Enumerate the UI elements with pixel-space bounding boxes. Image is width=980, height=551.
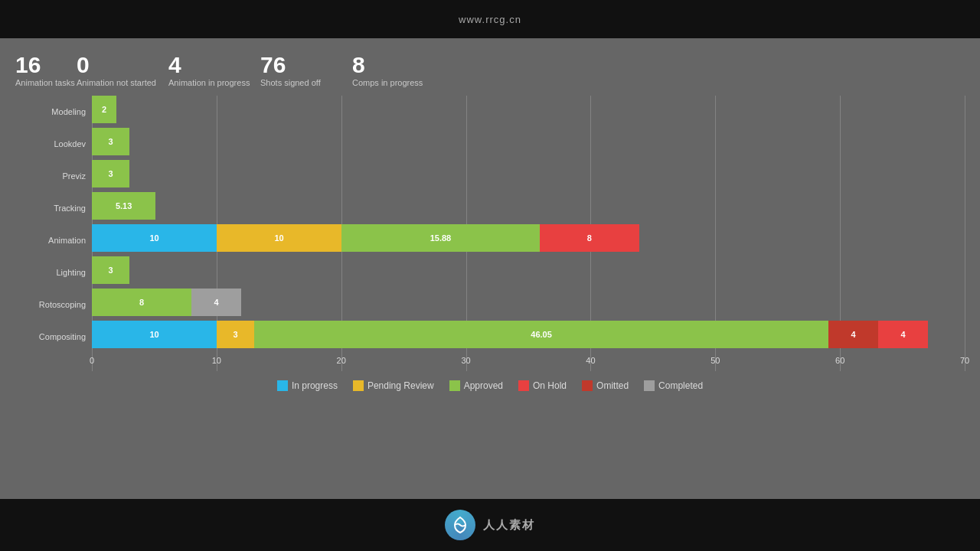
grid-line-70: [965, 96, 965, 371]
brand-label: 人人素材: [483, 518, 535, 533]
y-label-rotoscoping: Rotoscoping: [15, 289, 92, 321]
bar-segment-approved: 8: [92, 289, 191, 316]
y-label-modeling: Modeling: [15, 96, 92, 128]
y-axis: ModelingLookdevPrevizTrackingAnimationLi…: [15, 96, 92, 371]
bar-segment-approved: 5.13: [92, 192, 155, 220]
stat-animation-tasks: 16 Animation tasks: [15, 52, 77, 88]
stat-label: Comps in progress: [352, 77, 423, 88]
stat-animation-not-started: 0 Animation not started: [77, 52, 168, 88]
y-label-animation: Animation: [15, 224, 92, 256]
bar-segment-inprogress: 10: [92, 321, 217, 348]
url-label: www.rrcg.cn: [459, 14, 521, 25]
stat-label: Animation not started: [77, 77, 156, 88]
bar-segment-approved: 15.88: [341, 224, 540, 252]
y-label-tracking: Tracking: [15, 192, 92, 224]
y-label-compositing: Compositing: [15, 321, 92, 353]
stat-animation-in-progress: 4 Animation in progress: [168, 52, 260, 88]
bar-segment-pending: 3: [217, 321, 254, 348]
bar-row-rotoscoping: 84: [92, 289, 965, 316]
legend-color: [582, 380, 593, 391]
stat-number: 4: [168, 52, 181, 77]
bar-row-modeling: 2: [92, 96, 965, 123]
logo-icon: [445, 510, 475, 540]
bar-segment-onhold: 4: [878, 321, 928, 348]
legend-label: Pending Review: [368, 380, 434, 391]
legend-item-on-hold: On Hold: [518, 380, 567, 391]
bar-segment-approved: 2: [92, 96, 116, 123]
legend-color: [644, 380, 655, 391]
bar-segment-approved: 3: [92, 128, 129, 155]
chart-container: ModelingLookdevPrevizTrackingAnimationLi…: [15, 96, 965, 371]
bar-segment-omitted: 4: [828, 321, 878, 348]
legend: In progress Pending Review Approved On H…: [15, 380, 965, 391]
legend-color: [518, 380, 529, 391]
legend-item-approved: Approved: [449, 380, 503, 391]
x-tick-50: 50: [710, 356, 720, 365]
legend-label: Completed: [658, 380, 703, 391]
stat-number: 76: [260, 52, 286, 77]
stat-number: 0: [77, 52, 90, 77]
bar-row-previz: 3: [92, 160, 965, 187]
bottom-bar: 人人素材: [0, 499, 980, 551]
stat-comps-in-progress: 8 Comps in progress: [352, 52, 444, 88]
x-tick-30: 30: [461, 356, 470, 365]
stat-label: Animation in progress: [168, 77, 250, 88]
x-tick-60: 60: [835, 356, 844, 365]
chart-body: 2335.13101015.88838410346.0544 010203040…: [92, 96, 965, 371]
legend-item-in-progress: In progress: [277, 380, 338, 391]
legend-color: [449, 380, 460, 391]
x-tick-20: 20: [337, 356, 346, 365]
legend-label: On Hold: [533, 380, 567, 391]
x-tick-40: 40: [586, 356, 595, 365]
top-bar: www.rrcg.cn: [0, 0, 980, 38]
x-tick-70: 70: [960, 356, 969, 365]
bar-segment-onhold: 8: [540, 224, 639, 252]
stat-number: 8: [352, 52, 365, 77]
bar-row-compositing: 10346.0544: [92, 321, 965, 348]
legend-color: [353, 380, 364, 391]
legend-item-omitted: Omitted: [582, 380, 629, 391]
bar-segment-approved: 3: [92, 160, 129, 187]
stat-shots-signed-off: 76 Shots signed off: [260, 52, 352, 88]
stat-number: 16: [15, 52, 41, 77]
bar-segment-pending: 10: [217, 224, 341, 252]
bar-segment-inprogress: 10: [92, 224, 217, 252]
legend-label: In progress: [292, 380, 338, 391]
stat-label: Animation tasks: [15, 77, 75, 88]
main-content: 16 Animation tasks0 Animation not starte…: [0, 38, 980, 499]
bar-row-animation: 101015.888: [92, 224, 965, 252]
bar-segment-approved: 46.05: [254, 321, 828, 348]
x-tick-10: 10: [212, 356, 221, 365]
stats-row: 16 Animation tasks0 Animation not starte…: [15, 52, 965, 88]
legend-item-pending-review: Pending Review: [353, 380, 434, 391]
legend-label: Omitted: [596, 380, 629, 391]
legend-item-completed: Completed: [644, 380, 703, 391]
y-label-lighting: Lighting: [15, 256, 92, 289]
bar-row-lighting: 3: [92, 256, 965, 284]
x-tick-0: 0: [90, 356, 94, 365]
bar-row-lookdev: 3: [92, 128, 965, 155]
y-label-previz: Previz: [15, 160, 92, 192]
bar-row-tracking: 5.13: [92, 192, 965, 220]
bar-segment-approved: 3: [92, 256, 129, 284]
legend-color: [277, 380, 288, 391]
bar-segment-completed: 4: [191, 289, 241, 316]
y-label-lookdev: Lookdev: [15, 128, 92, 160]
legend-label: Approved: [464, 380, 503, 391]
stat-label: Shots signed off: [260, 77, 321, 88]
